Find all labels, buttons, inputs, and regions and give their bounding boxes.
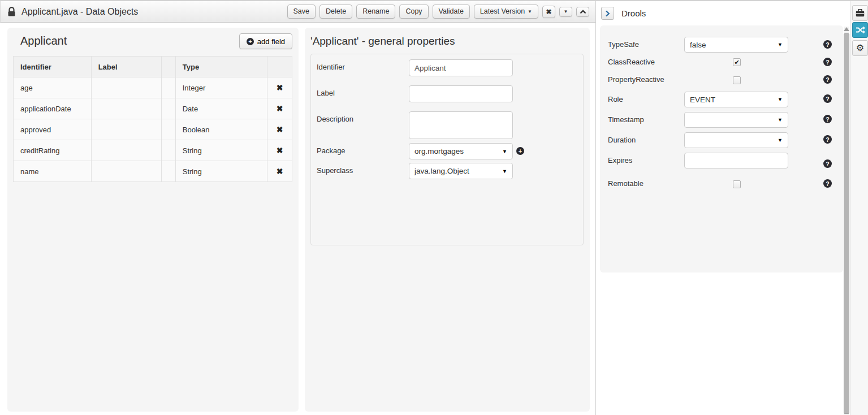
classreactive-help-icon[interactable]: ? bbox=[823, 58, 832, 66]
table-row[interactable]: creditRating String ✖ bbox=[14, 140, 292, 161]
general-properties-panel: 'Applicant' - general properties Identif… bbox=[305, 28, 590, 412]
editor-toolbar: Save Delete Rename Copy Validate Latest … bbox=[287, 5, 589, 19]
duration-help-icon[interactable]: ? bbox=[823, 135, 832, 144]
typesafe-select[interactable]: false ▼ bbox=[684, 37, 788, 53]
table-row[interactable]: approved Boolean ✖ bbox=[14, 119, 292, 140]
package-select[interactable]: org.mortgages ▼ bbox=[409, 143, 513, 159]
field-type-cell: String bbox=[175, 140, 267, 161]
remotable-checkbox[interactable] bbox=[733, 180, 741, 188]
delete-field-button[interactable]: ✖ bbox=[277, 83, 283, 92]
caret-down-icon: ▼ bbox=[778, 117, 783, 123]
label-field[interactable] bbox=[409, 85, 513, 102]
chevron-right-icon bbox=[605, 10, 610, 17]
close-icon: ✖ bbox=[546, 8, 551, 15]
superclass-select[interactable]: java.lang.Object ▼ bbox=[409, 163, 513, 179]
header-spacer bbox=[161, 57, 175, 77]
field-spacer-cell bbox=[161, 161, 175, 182]
collapse-drools-panel-button[interactable] bbox=[601, 7, 614, 20]
typesafe-label: TypeSafe bbox=[608, 40, 639, 49]
label-label: Label bbox=[317, 89, 335, 97]
description-field[interactable] bbox=[409, 111, 513, 139]
general-properties-heading: 'Applicant' - general properties bbox=[310, 35, 455, 47]
field-identifier-cell: creditRating bbox=[14, 140, 92, 161]
role-select[interactable]: EVENT ▼ bbox=[684, 92, 788, 107]
caret-down-icon: ▼ bbox=[778, 137, 783, 143]
header-actions bbox=[267, 57, 292, 77]
settings-button[interactable]: ⚙ bbox=[852, 40, 868, 56]
field-type-cell: Date bbox=[175, 98, 267, 119]
identifier-label: Identifier bbox=[317, 63, 345, 71]
rename-button[interactable]: Rename bbox=[356, 5, 395, 19]
table-row[interactable]: age Integer ✖ bbox=[14, 77, 292, 98]
general-properties-form: Identifier Label Description Package org… bbox=[310, 54, 584, 245]
role-label: Role bbox=[608, 95, 623, 103]
propertyreactive-checkbox[interactable] bbox=[733, 76, 741, 84]
caret-down-icon: ▼ bbox=[502, 149, 507, 154]
remotable-help-icon[interactable]: ? bbox=[823, 179, 832, 188]
caret-down-icon: ▼ bbox=[778, 97, 783, 102]
table-row[interactable]: applicationDate Date ✖ bbox=[14, 98, 292, 119]
identifier-field[interactable] bbox=[409, 59, 513, 76]
save-button[interactable]: Save bbox=[287, 5, 316, 19]
drools-panel-header: Drools bbox=[597, 1, 844, 25]
validate-button[interactable]: Validate bbox=[433, 5, 470, 19]
duration-label: Duration bbox=[608, 136, 636, 144]
classreactive-checkbox[interactable]: ✔ bbox=[733, 58, 741, 66]
gear-icon: ⚙ bbox=[856, 44, 864, 53]
typesafe-help-icon[interactable]: ? bbox=[823, 40, 832, 49]
description-label: Description bbox=[317, 115, 353, 123]
lock-icon bbox=[7, 7, 16, 17]
panel-menu-dropdown-button[interactable]: ▼ bbox=[559, 7, 572, 17]
delete-button[interactable]: Delete bbox=[319, 5, 352, 19]
new-package-button[interactable]: + bbox=[516, 147, 524, 155]
page-title: Applicant.java - Data Objects bbox=[21, 7, 138, 17]
add-field-label: add field bbox=[257, 37, 285, 46]
add-field-button[interactable]: + add field bbox=[239, 33, 292, 49]
typesafe-select-value: false bbox=[690, 41, 706, 49]
delete-field-button[interactable]: ✖ bbox=[277, 146, 283, 155]
panel-divider bbox=[595, 1, 596, 415]
timestamp-help-icon[interactable]: ? bbox=[823, 115, 832, 123]
drools-panel: Drools TypeSafe false ▼ ? ClassReactive … bbox=[597, 1, 844, 415]
delete-field-button[interactable]: ✖ bbox=[277, 104, 283, 113]
collapse-panel-button[interactable] bbox=[576, 7, 589, 17]
field-label-cell bbox=[91, 119, 161, 140]
latest-version-label: Latest Version bbox=[480, 7, 525, 16]
delete-field-button[interactable]: ✖ bbox=[277, 125, 283, 134]
latest-version-dropdown[interactable]: Latest Version ▼ bbox=[474, 5, 538, 19]
caret-down-icon: ▼ bbox=[564, 10, 568, 14]
caret-down-icon: ▼ bbox=[502, 168, 507, 174]
role-select-value: EVENT bbox=[690, 96, 715, 104]
expires-field[interactable] bbox=[684, 153, 788, 168]
propertyreactive-help-icon[interactable]: ? bbox=[823, 75, 832, 84]
role-help-icon[interactable]: ? bbox=[823, 94, 832, 103]
project-explorer-button[interactable] bbox=[852, 5, 868, 21]
timestamp-label: Timestamp bbox=[608, 115, 644, 124]
field-identifier-cell: name bbox=[14, 161, 92, 182]
field-spacer-cell bbox=[161, 77, 175, 98]
data-objects-editor: Applicant.java - Data Objects Save Delet… bbox=[0, 0, 868, 415]
remotable-label: Remotable bbox=[608, 179, 644, 188]
copy-button[interactable]: Copy bbox=[399, 5, 428, 19]
randomize-tool-button[interactable] bbox=[852, 22, 868, 38]
header-identifier: Identifier bbox=[14, 57, 92, 77]
field-actions-cell: ✖ bbox=[267, 119, 292, 140]
close-button[interactable]: ✖ bbox=[542, 6, 555, 18]
header-type: Type bbox=[175, 57, 267, 77]
drools-properties-form: TypeSafe false ▼ ? ClassReactive ✔ ? Pro… bbox=[600, 25, 843, 273]
field-label-cell bbox=[91, 140, 161, 161]
scrollbar-up-arrow[interactable] bbox=[844, 27, 849, 31]
header-label: Label bbox=[91, 57, 161, 77]
expires-help-icon[interactable]: ? bbox=[823, 159, 832, 168]
timestamp-select[interactable]: ▼ bbox=[684, 112, 788, 128]
duration-select[interactable]: ▼ bbox=[684, 132, 788, 148]
data-object-name-heading: Applicant bbox=[20, 34, 67, 47]
delete-field-button[interactable]: ✖ bbox=[277, 167, 283, 176]
fields-table: Identifier Label Type age Integer ✖ appl… bbox=[13, 56, 292, 182]
caret-down-icon: ▼ bbox=[778, 42, 783, 47]
drools-panel-scrollbar-thumb[interactable] bbox=[844, 33, 849, 414]
plus-circle-icon: + bbox=[247, 38, 254, 45]
table-row[interactable]: name String ✖ bbox=[14, 161, 292, 182]
superclass-select-value: java.lang.Object bbox=[414, 167, 469, 175]
shuffle-icon bbox=[856, 26, 865, 34]
